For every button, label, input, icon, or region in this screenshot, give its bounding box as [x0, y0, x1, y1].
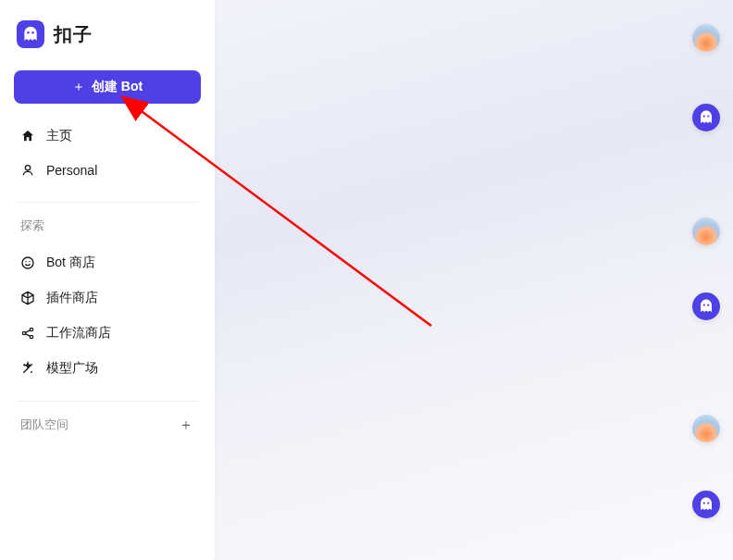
sidebar-item-home[interactable]: 主页	[7, 118, 207, 154]
share-icon	[20, 326, 35, 341]
sidebar-item-label: Personal	[46, 163, 97, 178]
sidebar-item-label: 主页	[46, 128, 72, 144]
main-content-area	[215, 0, 733, 560]
float-avatar-2[interactable]	[692, 218, 720, 245]
divider	[17, 401, 198, 402]
avatar-icon	[692, 415, 720, 442]
team-section-header: 团队空间 ＋	[7, 413, 207, 441]
svg-point-2	[22, 257, 33, 268]
cube-icon	[20, 291, 35, 305]
create-bot-button[interactable]: ＋ 创建 Bot	[14, 70, 201, 104]
create-bot-label: 创建 Bot	[92, 79, 143, 95]
svg-point-8	[703, 115, 705, 117]
team-header-label: 团队空间	[20, 417, 68, 433]
sparkle-icon	[20, 361, 35, 376]
ghost-icon	[692, 491, 720, 518]
home-icon	[20, 129, 35, 143]
float-avatar-3[interactable]	[692, 415, 720, 442]
svg-point-11	[707, 304, 709, 305]
svg-point-1	[31, 31, 34, 34]
sidebar-item-personal[interactable]: Personal	[7, 154, 207, 187]
sidebar-item-plugin-store[interactable]: 插件商店	[7, 280, 207, 316]
explore-section-header: 探索	[7, 214, 207, 242]
sidebar-item-workflow-store[interactable]: 工作流商店	[7, 316, 207, 351]
nav-explore-list: Bot 商店 插件商店 工作流商店 模型广场	[7, 242, 207, 390]
svg-point-4	[29, 261, 30, 262]
plus-icon: ＋	[72, 79, 85, 95]
brand-block: 扣子	[7, 20, 207, 65]
ghost-icon	[692, 292, 720, 320]
sidebar-item-label: Bot 商店	[46, 255, 95, 271]
avatar-icon	[692, 218, 720, 245]
nav-top-list: 主页 Personal	[7, 115, 207, 191]
brand-title: 扣子	[54, 22, 93, 47]
brand-logo-icon	[17, 20, 44, 48]
svg-point-10	[703, 304, 705, 305]
float-bot-2[interactable]	[692, 292, 720, 320]
divider	[17, 202, 198, 203]
sidebar-item-bot-store[interactable]: Bot 商店	[7, 245, 207, 280]
explore-header-label: 探索	[20, 218, 44, 234]
svg-point-9	[707, 115, 709, 117]
svg-point-12	[703, 502, 705, 504]
sidebar: 扣子 ＋ 创建 Bot 主页 Personal 探索	[0, 0, 215, 560]
svg-point-3	[25, 261, 26, 262]
sidebar-item-model-square[interactable]: 模型广场	[7, 351, 207, 386]
svg-point-13	[707, 502, 709, 504]
sidebar-item-label: 工作流商店	[46, 325, 111, 342]
float-avatar-1[interactable]	[692, 24, 720, 52]
sidebar-item-label: 模型广场	[46, 360, 98, 377]
float-bot-3[interactable]	[692, 491, 720, 518]
person-icon	[20, 163, 35, 178]
add-team-button[interactable]: ＋	[178, 417, 194, 433]
ghost-icon	[692, 104, 720, 131]
svg-point-0	[27, 31, 30, 34]
ghost-icon	[21, 25, 40, 44]
smile-icon	[20, 255, 35, 270]
float-bot-1[interactable]	[692, 104, 720, 131]
sidebar-item-label: 插件商店	[46, 290, 98, 306]
avatar-icon	[692, 24, 720, 52]
